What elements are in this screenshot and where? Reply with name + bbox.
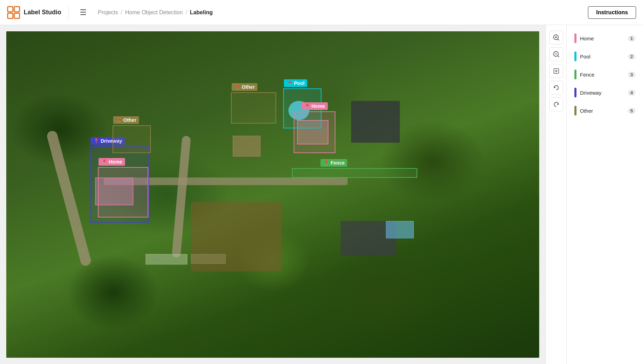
driveway-pin: 📍 (93, 138, 99, 144)
annotation-home-1[interactable]: 📍 Home (98, 167, 148, 217)
label-item-home[interactable]: Home 1 (571, 31, 639, 46)
label-count-other: 5 (628, 108, 635, 114)
breadcrumb-sep1: / (121, 9, 122, 16)
breadcrumb: Projects / Home Object Detection / Label… (98, 9, 588, 16)
driveway-color-bar (574, 88, 576, 97)
menu-button[interactable]: ☰ (77, 7, 90, 18)
other1-pin: 📍 (116, 117, 122, 123)
label-name-fence: Fence (580, 72, 625, 78)
main-layout: 📍 Driveway 📍 Home 📍 Other (0, 25, 643, 364)
svg-rect-1 (14, 7, 20, 12)
header-divider (68, 6, 69, 19)
svg-rect-2 (8, 13, 13, 18)
svg-line-7 (558, 39, 559, 40)
annotation-label-fence: 📍 Fence (320, 159, 347, 167)
shed-1 (146, 254, 187, 264)
breadcrumb-current: Labeling (190, 9, 213, 16)
pool-color-bar (574, 52, 576, 61)
svg-line-10 (558, 56, 559, 57)
home-color-bar (574, 33, 576, 43)
other-color-bar (574, 106, 576, 116)
home1-pin: 📍 (101, 159, 107, 165)
breadcrumb-sep2: / (186, 9, 187, 16)
breadcrumb-project-name[interactable]: Home Object Detection (125, 9, 183, 16)
aerial-background (6, 31, 539, 358)
home2-pin: 📍 (304, 103, 310, 109)
annotation-label-other-1: 📍 Other (113, 116, 139, 124)
field-area (191, 202, 281, 271)
fence-color-bar (574, 70, 576, 79)
breadcrumb-projects[interactable]: Projects (98, 9, 118, 16)
pool-pin: 📍 (287, 80, 293, 86)
pan-tool[interactable] (549, 64, 563, 78)
label-count-driveway: 4 (628, 90, 635, 96)
other2-pin: 📍 (234, 84, 240, 90)
logo-area: Label Studio (7, 6, 61, 19)
label-name-other: Other (580, 108, 625, 114)
svg-rect-3 (14, 13, 20, 18)
annotation-label-pool: 📍 Pool (284, 79, 307, 87)
rotate-left-tool[interactable] (549, 81, 563, 95)
annotation-label-other-2: 📍 Other (232, 83, 257, 91)
tools-panel (545, 25, 566, 364)
annotation-other-1[interactable]: 📍 Other (113, 125, 151, 153)
header: Label Studio ☰ Projects / Home Object De… (0, 0, 643, 25)
label-count-fence: 3 (628, 72, 635, 78)
label-studio-logo (7, 6, 20, 19)
label-item-driveway[interactable]: Driveway 4 (571, 85, 639, 100)
building-3 (351, 101, 400, 143)
annotation-label-home-2: 📍 Home (301, 102, 328, 110)
zoom-in-tool[interactable] (549, 31, 563, 45)
canvas-area[interactable]: 📍 Driveway 📍 Home 📍 Other (0, 25, 545, 364)
annotation-label-home-1: 📍 Home (99, 158, 125, 166)
label-name-home: Home (580, 35, 625, 41)
labels-panel: Home 1 Pool 2 Fence 3 Driveway 4 Other (566, 25, 643, 364)
annotation-home-2[interactable]: 📍 Home (294, 111, 335, 153)
fence-pin: 📍 (323, 160, 329, 166)
rotate-right-tool[interactable] (549, 97, 563, 111)
labels-list: Home 1 Pool 2 Fence 3 Driveway 4 Other (567, 25, 643, 124)
instructions-button[interactable]: Instructions (588, 6, 636, 19)
label-count-pool: 2 (628, 54, 635, 60)
image-container[interactable]: 📍 Driveway 📍 Home 📍 Other (6, 31, 539, 358)
app-title: Label Studio (24, 9, 61, 16)
label-item-other[interactable]: Other 5 (571, 103, 639, 118)
building-6 (386, 221, 414, 238)
annotation-other-2[interactable]: 📍 Other (231, 92, 276, 124)
label-name-driveway: Driveway (580, 90, 625, 96)
zoom-out-tool[interactable] (549, 47, 563, 61)
label-item-pool[interactable]: Pool 2 (571, 49, 639, 64)
annotation-fence[interactable]: 📍 Fence (292, 168, 417, 178)
label-item-fence[interactable]: Fence 3 (571, 67, 639, 82)
label-name-pool: Pool (580, 54, 625, 60)
label-count-home: 1 (628, 35, 635, 41)
building-4 (233, 136, 261, 157)
svg-rect-0 (8, 7, 13, 12)
